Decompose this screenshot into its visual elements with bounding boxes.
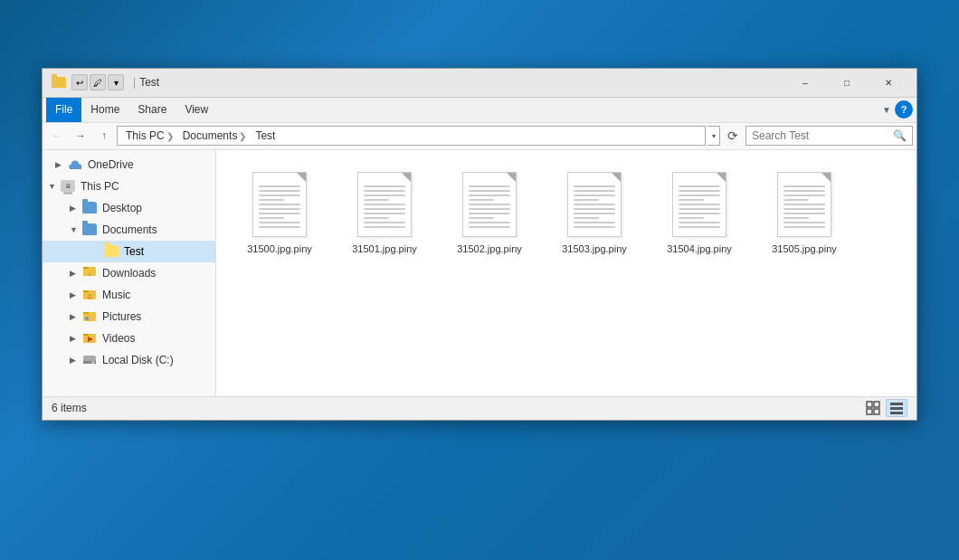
address-path[interactable]: This PC ❯ Documents ❯ Test: [117, 126, 706, 146]
downloads-icon: ↓: [82, 267, 97, 279]
sidebar-item-downloads-label: Downloads: [102, 267, 156, 280]
sidebar-item-videos[interactable]: ▶ Videos: [43, 327, 215, 349]
sidebar-item-pictures-label: Pictures: [102, 310, 141, 323]
file-name: 31504.jpg.piny: [667, 242, 732, 255]
expand-arrow-onedrive: ▶: [55, 160, 68, 169]
desktop-folder-icon: [82, 202, 97, 214]
svg-rect-25: [890, 412, 903, 414]
file-area: 31500.jpg.piny 31501.jpg.piny 31502.jpg.…: [216, 150, 916, 396]
menu-expand-icon[interactable]: ▼: [882, 105, 891, 115]
quick-access-btn2[interactable]: 🖊: [90, 74, 106, 90]
path-test[interactable]: Test: [252, 128, 278, 143]
file-item[interactable]: 31502.jpg.piny: [441, 165, 538, 262]
title-bar: ↩ 🖊 ▾ | Test – □ ✕: [43, 69, 916, 98]
svg-rect-5: [83, 267, 89, 269]
menu-share[interactable]: Share: [128, 100, 176, 119]
sidebar-item-test-label: Test: [124, 245, 144, 258]
sidebar-item-test[interactable]: Test: [43, 241, 215, 262]
videos-icon: [82, 332, 97, 344]
view-grid-button[interactable]: [862, 399, 884, 417]
doc-lines: [783, 185, 825, 231]
sidebar-item-this-pc[interactable]: ▼ 🖥 This PC: [43, 176, 215, 197]
sidebar-item-documents[interactable]: ▼ Documents: [43, 219, 215, 241]
svg-point-12: [85, 317, 89, 320]
main-content: ▶ OneDrive ▼ 🖥 This PC: [43, 150, 916, 396]
test-folder-icon: [104, 245, 119, 257]
sidebar-item-local-disk[interactable]: ▶ Local Disk (C:): [43, 349, 215, 371]
svg-text:♫: ♫: [87, 292, 92, 300]
close-button[interactable]: ✕: [868, 68, 909, 97]
file-item[interactable]: 31500.jpg.piny: [231, 165, 328, 262]
file-item[interactable]: 31505.jpg.piny: [755, 165, 853, 262]
file-icon: [567, 172, 622, 237]
svg-rect-14: [83, 334, 89, 336]
sidebar-item-desktop[interactable]: ▶ Desktop: [43, 197, 215, 219]
search-box: 🔍: [745, 126, 913, 146]
file-icon: [252, 172, 307, 237]
maximize-button[interactable]: □: [826, 68, 868, 97]
menu-home[interactable]: Home: [81, 100, 128, 119]
svg-rect-21: [867, 409, 872, 414]
expand-arrow-downloads: ▶: [70, 269, 82, 278]
file-item[interactable]: 31504.jpg.piny: [650, 165, 748, 262]
nav-up-button[interactable]: ↑: [93, 125, 115, 147]
minimize-button[interactable]: –: [784, 68, 826, 97]
quick-access-btn1[interactable]: ↩: [71, 74, 88, 90]
expand-arrow-this-pc: ▼: [48, 182, 61, 191]
file-item[interactable]: 31503.jpg.piny: [546, 165, 643, 262]
doc-lines: [679, 185, 720, 231]
sidebar-item-onedrive[interactable]: ▶ OneDrive: [43, 154, 215, 176]
path-this-pc[interactable]: This PC ❯: [123, 128, 176, 143]
path-this-pc-label: This PC: [126, 129, 165, 142]
svg-rect-3: [70, 165, 81, 169]
menu-view[interactable]: View: [176, 100, 217, 119]
sidebar-item-downloads[interactable]: ▶ ↓ Downloads: [43, 262, 215, 284]
expand-arrow-pictures: ▶: [70, 312, 82, 321]
expand-arrow-local-disk: ▶: [70, 356, 82, 365]
file-name: 31503.jpg.piny: [562, 242, 627, 255]
onedrive-icon: [68, 158, 82, 170]
sidebar-item-videos-label: Videos: [102, 332, 135, 345]
file-name: 31500.jpg.piny: [247, 242, 312, 255]
status-item-count: 6 items: [52, 402, 862, 414]
sidebar-item-local-disk-label: Local Disk (C:): [102, 354, 174, 366]
view-list-button[interactable]: [886, 399, 907, 417]
menu-file[interactable]: File: [46, 98, 81, 122]
this-pc-icon: 🖥: [61, 180, 75, 192]
file-icon: [777, 172, 831, 237]
quick-access-btn3[interactable]: ▾: [108, 74, 124, 90]
doc-lines: [574, 185, 615, 231]
file-icon: [357, 172, 412, 237]
sidebar-item-music[interactable]: ▶ ♫ Music: [43, 284, 215, 306]
file-name: 31501.jpg.piny: [352, 242, 417, 255]
file-item[interactable]: 31501.jpg.piny: [336, 165, 433, 262]
svg-rect-23: [890, 403, 903, 405]
sidebar-item-pictures[interactable]: ▶ Pictures: [43, 306, 215, 327]
refresh-button[interactable]: ⟳: [722, 126, 744, 146]
path-documents[interactable]: Documents ❯: [180, 128, 250, 143]
doc-lines: [259, 185, 300, 231]
nav-forward-button[interactable]: →: [70, 125, 91, 147]
sidebar: ▶ OneDrive ▼ 🖥 This PC: [43, 150, 216, 396]
title-separator: |: [133, 76, 136, 89]
documents-folder-icon: [82, 223, 97, 235]
svg-rect-20: [874, 402, 879, 407]
menu-bar: File Home Share View ▼ ?: [43, 98, 916, 123]
view-toggles: [862, 399, 907, 417]
search-input[interactable]: [752, 129, 893, 142]
svg-rect-11: [83, 312, 89, 314]
status-bar: 6 items: [43, 396, 916, 420]
nav-back-button[interactable]: ←: [46, 125, 68, 147]
help-button[interactable]: ?: [895, 100, 913, 119]
sidebar-item-documents-label: Documents: [102, 223, 157, 236]
expand-arrow-videos: ▶: [70, 334, 82, 343]
sidebar-item-onedrive-label: OneDrive: [88, 158, 134, 171]
sidebar-item-this-pc-label: This PC: [81, 180, 119, 193]
svg-rect-22: [874, 409, 879, 414]
address-dropdown[interactable]: ▾: [707, 126, 720, 146]
file-name: 31502.jpg.piny: [457, 242, 522, 255]
doc-lines: [364, 185, 405, 231]
search-icon[interactable]: 🔍: [893, 129, 907, 142]
doc-lines: [469, 185, 510, 231]
svg-text:↓: ↓: [88, 271, 91, 277]
